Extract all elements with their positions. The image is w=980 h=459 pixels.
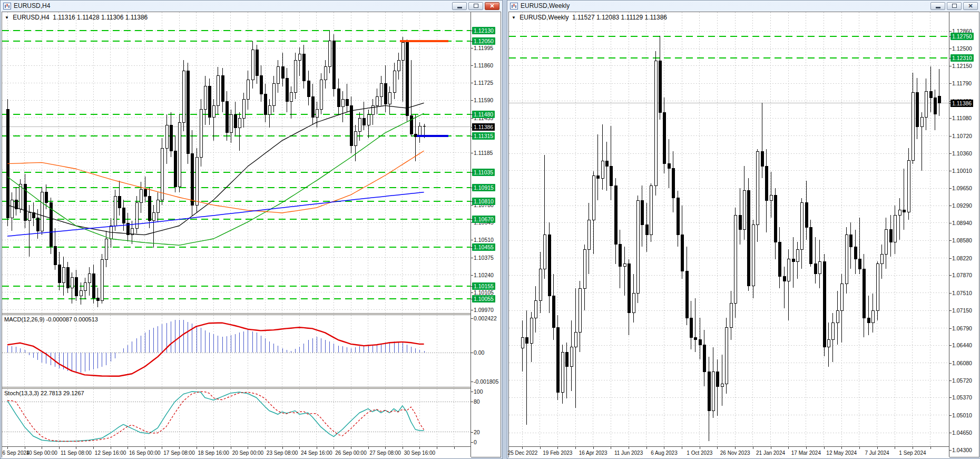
time-tick [42, 447, 42, 449]
titlebar-h4[interactable]: EURUSD,H4 ✕ [1, 1, 502, 11]
price-label: 1.10010 [952, 167, 972, 174]
time-tick [7, 447, 8, 449]
h4-stoch-pane[interactable]: Stoch(13,3,3) 22.7813 29.1267 [2, 389, 471, 446]
time-tick [877, 447, 878, 449]
axis-tick [471, 100, 473, 101]
axis-tick [471, 188, 473, 188]
time-tick [824, 447, 825, 449]
price-label: 1.10720 [952, 132, 972, 140]
h4-main-plot [2, 12, 471, 313]
price-level-label: 1.12310 [950, 54, 974, 62]
time-label: 1 Oct 2023 [687, 450, 712, 456]
time-label: 19 Feb 2023 [543, 450, 572, 456]
time-label: 11 Sep 08:00 [61, 450, 92, 456]
stoch-axis-label: 80 [474, 398, 480, 405]
weekly-ohlc-header: ▼ EURUSD,Weekly 1.11527 1.12083 1.11129 … [512, 14, 667, 21]
weekly-main-pane[interactable]: ▼ EURUSD,Weekly 1.11527 1.12083 1.11129 … [509, 12, 949, 446]
window-title: EURUSD,Weekly [521, 2, 570, 9]
time-tick [282, 447, 283, 449]
restore-button[interactable] [468, 2, 483, 10]
time-tick [664, 447, 664, 449]
h4-price-axis: 1.099701.101051.102401.103751.105101.106… [471, 12, 501, 457]
titlebar-weekly[interactable]: EURUSD,Weekly ✕ [507, 1, 980, 11]
minimize-button[interactable] [452, 2, 467, 10]
h4-stoch-plot [2, 389, 471, 446]
axis-tick [471, 48, 473, 48]
h4-macd-plot [2, 315, 471, 387]
stoch-axis-label: 20 [474, 428, 480, 436]
axis-tick [949, 223, 952, 223]
mdi-workspace: EURUSD,H4 ✕ ▼ EURUSD,H4 1.11316 1.11428 … [0, 0, 980, 459]
time-tick [76, 447, 76, 449]
chart-icon [510, 3, 518, 9]
time-tick [682, 447, 682, 449]
chart-window-weekly: EURUSD,Weekly ✕ ▼ EURUSD,Weekly 1.11527 … [507, 0, 980, 459]
current-price-label: 1.11386 [950, 100, 973, 107]
price-level-label: 1.10155 [472, 282, 495, 290]
time-tick [913, 447, 913, 449]
time-label: 12 May 2024 [826, 450, 857, 456]
axis-tick [949, 58, 952, 58]
price-level-label: 1.10670 [472, 216, 495, 223]
collapse-indicator-icon[interactable]: ▼ [512, 15, 516, 20]
collapse-indicator-icon[interactable]: ▼ [5, 15, 9, 20]
time-tick [334, 447, 334, 449]
axis-tick [949, 171, 952, 171]
axis-tick [949, 345, 952, 346]
price-label: 1.07870 [952, 271, 972, 279]
time-tick [197, 447, 197, 449]
time-tick [265, 447, 266, 449]
price-label: 1.05010 [952, 412, 972, 419]
axis-tick [471, 114, 473, 115]
axis-tick [471, 65, 473, 66]
price-label: 1.06790 [952, 325, 972, 332]
macd-axis-label: 0.002422 [474, 315, 497, 322]
axis-tick [471, 442, 473, 443]
minimize-button[interactable] [930, 2, 945, 10]
price-label: 1.12500 [952, 45, 972, 52]
time-tick [93, 447, 94, 449]
h4-ohlc-header: ▼ EURUSD,H4 1.11316 1.11428 1.11306 1.11… [5, 14, 148, 21]
h4-macd-pane[interactable]: MACD(12,26,9) -0.000087 0.000513 [2, 315, 471, 387]
price-label: 1.11790 [952, 80, 972, 87]
h4-time-axis: 6 Sep 202410 Sep 00:0011 Sep 08:0012 Sep… [2, 446, 471, 458]
price-label: 1.07150 [952, 307, 972, 314]
price-label: 1.05720 [952, 377, 972, 384]
time-tick [145, 447, 145, 449]
price-label: 1.12150 [952, 62, 972, 70]
price-label: 1.04300 [952, 446, 972, 454]
macd-label: MACD(12,26,9) -0.000087 0.000513 [4, 316, 98, 323]
close-button[interactable]: ✕ [485, 2, 499, 10]
price-label: 1.11995 [474, 44, 493, 52]
time-tick [895, 447, 895, 449]
axis-tick [471, 83, 473, 83]
axis-tick [471, 275, 473, 276]
h4-header-symbol: EURUSD,H4 [13, 14, 49, 21]
h4-main-pane[interactable]: ▼ EURUSD,H4 1.11316 1.11428 1.11306 1.11… [2, 12, 471, 313]
restore-button[interactable] [947, 2, 962, 10]
time-tick [162, 447, 162, 449]
axis-tick [949, 103, 952, 104]
axis-tick [471, 31, 473, 31]
time-tick [248, 447, 248, 449]
price-label: 1.11860 [474, 62, 493, 69]
time-tick [611, 447, 611, 449]
time-tick [403, 447, 403, 449]
time-label: 17 Mar 2024 [791, 450, 821, 456]
price-label: 1.10375 [474, 254, 494, 261]
current-price-label: 1.11386 [472, 123, 495, 131]
weekly-header-symbol: EURUSD,Weekly [520, 14, 569, 21]
macd-axis-label: 0.00 [474, 349, 484, 356]
axis-tick [471, 353, 473, 353]
close-button[interactable]: ✕ [963, 2, 978, 10]
axis-tick [949, 380, 952, 381]
time-label: 26 Nov 2023 [720, 450, 750, 456]
axis-tick [949, 31, 952, 32]
time-tick [419, 447, 420, 449]
price-level-label: 1.10810 [472, 198, 495, 205]
price-label: 1.04650 [952, 429, 972, 436]
time-tick [735, 447, 736, 449]
axis-tick [471, 41, 473, 42]
axis-tick [949, 83, 952, 84]
axis-tick [471, 318, 473, 319]
